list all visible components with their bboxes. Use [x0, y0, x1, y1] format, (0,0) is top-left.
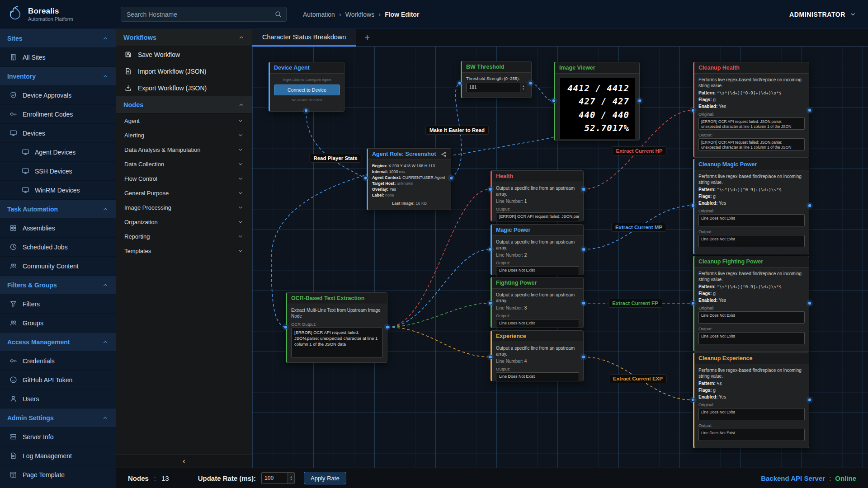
breadcrumb-automation[interactable]: Automation — [303, 11, 335, 18]
sidebar-section-access-management[interactable]: Access Management — [0, 333, 116, 352]
share-icon[interactable] — [441, 151, 447, 157]
sidebar-item-assemblies[interactable]: Assemblies — [0, 219, 116, 238]
node-header[interactable]: Experience — [492, 331, 583, 342]
sidebar-section-inventory[interactable]: Inventory — [0, 67, 116, 86]
port-ocr-out[interactable] — [386, 325, 390, 329]
node-category-data-analysis[interactable]: Data Analysis & Manipulation — [116, 142, 252, 157]
node-header[interactable]: Magic Power — [492, 225, 583, 236]
port-cleanup-experience-out[interactable] — [808, 398, 812, 402]
original-textarea[interactable]: [ERROR] OCR API request failed: JSON.par… — [698, 117, 805, 130]
node-health[interactable]: Health Output a specific line from an up… — [491, 170, 584, 221]
sidebar-item-all-sites[interactable]: All Sites — [0, 48, 116, 67]
node-image-viewer[interactable]: Image Viewer 4412 / 4412 427 / 427 440 /… — [554, 62, 640, 141]
breadcrumb-workflows[interactable]: Workflows — [345, 11, 374, 18]
nodes-section-header[interactable]: Nodes — [116, 96, 252, 113]
sidebar-item-page-template[interactable]: Page Template — [0, 465, 116, 484]
port-cleanup-experience-in[interactable] — [691, 398, 695, 402]
port-cleanup-fighting-out[interactable] — [808, 301, 812, 305]
update-rate-value-input[interactable] — [262, 473, 288, 483]
sidebar-section-task-automation[interactable]: Task Automation — [0, 200, 116, 219]
node-category-organization[interactable]: Organization — [116, 215, 252, 229]
tab-character-status-breakdown[interactable]: Character Status Breakdown — [252, 29, 356, 47]
connect-to-device-button[interactable]: Connect to Device — [274, 84, 340, 95]
user-menu[interactable]: ADMINISTRATOR — [789, 11, 856, 18]
search-icon[interactable] — [274, 10, 282, 18]
sidebar-item-groups[interactable]: Groups — [0, 314, 116, 333]
collapse-panel-button[interactable]: ‹ — [116, 454, 252, 468]
node-experience[interactable]: Experience Output a specific line from a… — [491, 330, 584, 381]
node-category-image-processing[interactable]: Image Processing — [116, 200, 252, 215]
node-header[interactable]: Cleanup Magic Power — [694, 159, 809, 170]
node-bw-threshold[interactable]: BW Threshold Threshold Strength (0–255):… — [461, 61, 532, 98]
node-category-agent[interactable]: Agent — [116, 113, 252, 128]
node-device-agent[interactable]: Device Agent Right-Click to Configure Ag… — [269, 62, 344, 112]
flow-canvas[interactable]: Read Player Stats Make it Easier to Read… — [252, 47, 868, 468]
export-workflow-button[interactable]: Export Workflow (JSON) — [116, 80, 252, 96]
spinner-down-icon[interactable]: ▾ — [523, 88, 524, 91]
threshold-value-input[interactable] — [467, 83, 520, 92]
sidebar-section-sites[interactable]: Sites — [0, 29, 116, 48]
update-rate-input[interactable]: ▴▾ — [261, 472, 295, 484]
sidebar-item-credentials[interactable]: Credentials — [0, 352, 116, 371]
port-cleanup-health-in[interactable] — [691, 108, 695, 113]
node-header[interactable]: Fighting Power — [492, 277, 583, 289]
sidebar-section-filters-groups[interactable]: Filters & Groups — [0, 276, 116, 295]
output-field[interactable]: Line Does Not Exist — [496, 319, 579, 328]
spinner[interactable]: ▴▾ — [288, 473, 294, 483]
port-screenshot-in[interactable] — [364, 176, 368, 180]
sidebar-item-github-api-token[interactable]: GitHub API Token — [0, 371, 116, 389]
node-fighting-power[interactable]: Fighting Power Output a specific line fr… — [491, 277, 584, 328]
port-ocr-in[interactable] — [284, 325, 288, 329]
sidebar-item-ssh-devices[interactable]: SSH Devices — [0, 162, 116, 181]
node-category-data-collection[interactable]: Data Collection — [116, 157, 252, 171]
node-category-templates[interactable]: Templates — [116, 244, 252, 258]
port-experience-out[interactable] — [582, 355, 586, 359]
port-bw-threshold-out[interactable] — [529, 81, 533, 85]
output-textarea[interactable]: [ERROR] OCR API request failed: JSON.par… — [698, 138, 805, 150]
output-textarea[interactable]: Line Does Not Exist — [698, 235, 805, 247]
node-cleanup-fighting-power[interactable]: Cleanup Fighting Power Performs live reg… — [693, 256, 809, 352]
save-workflow-button[interactable]: Save Workflow — [116, 46, 252, 63]
apply-rate-button[interactable]: Apply Rate — [304, 472, 346, 484]
node-cleanup-experience[interactable]: Cleanup Experience Performs live regex-b… — [693, 352, 809, 448]
sidebar-item-users[interactable]: Users — [0, 389, 116, 408]
port-cleanup-health-out[interactable] — [808, 108, 812, 113]
workflows-section-header[interactable]: Workflows — [116, 29, 252, 46]
node-header[interactable]: Cleanup Experience — [694, 353, 809, 364]
node-category-flow-control[interactable]: Flow Control — [116, 171, 252, 186]
output-textarea[interactable]: Line Does Not Exist — [698, 429, 805, 441]
output-field[interactable]: [ERROR] OCR API request failed: JSON.par… — [496, 212, 579, 221]
node-header[interactable]: BW Threshold — [462, 61, 531, 73]
sidebar-item-winrm-devices[interactable]: WinRM Devices — [0, 181, 116, 200]
threshold-input[interactable]: ▴▾ — [466, 83, 527, 92]
sidebar-item-log-management[interactable]: Log Management — [0, 446, 116, 465]
node-category-general-purpose[interactable]: General Purpose — [116, 186, 252, 200]
sidebar-section-admin-settings[interactable]: Admin Settings — [0, 408, 116, 427]
original-textarea[interactable]: Line Does Not Exist — [698, 408, 805, 420]
ocr-output-textarea[interactable]: [ERROR] OCR API request failed: JSON.par… — [291, 328, 383, 357]
node-magic-power[interactable]: Magic Power Output a specific line from … — [491, 224, 584, 275]
node-cleanup-magic-power[interactable]: Cleanup Magic Power Performs live regex-… — [693, 159, 809, 254]
sidebar-item-scheduled-jobs[interactable]: Scheduled Jobs — [0, 238, 116, 257]
node-header[interactable]: Cleanup Fighting Power — [694, 256, 809, 267]
spinner-down-icon[interactable]: ▾ — [290, 478, 292, 481]
node-header[interactable]: Health — [492, 171, 583, 182]
port-magic-power-in[interactable] — [489, 248, 493, 252]
original-textarea[interactable]: Line Does Not Exist — [698, 214, 805, 226]
sidebar-item-server-info[interactable]: Server Info — [0, 427, 116, 446]
search-box[interactable] — [121, 7, 287, 22]
node-header[interactable]: Image Viewer — [555, 62, 639, 74]
search-input[interactable] — [121, 7, 287, 22]
sidebar-item-community-content[interactable]: Community Content — [0, 257, 116, 276]
node-header[interactable]: OCR-Based Text Extraction — [287, 293, 387, 304]
import-workflow-button[interactable]: Import Workflow (JSON) — [116, 63, 252, 80]
node-header[interactable]: Device Agent — [270, 62, 344, 74]
sidebar-item-device-approvals[interactable]: Device Approvals — [0, 86, 116, 105]
port-device-agent-out[interactable] — [304, 109, 308, 113]
port-health-in[interactable] — [489, 188, 493, 192]
node-cleanup-health[interactable]: Cleanup Health Performs live regex-based… — [693, 62, 809, 158]
output-textarea[interactable]: Line Does Not Exist — [698, 332, 805, 344]
port-cleanup-magic-out[interactable] — [808, 204, 812, 208]
node-header[interactable]: Cleanup Health — [694, 62, 809, 74]
port-health-out[interactable] — [582, 188, 586, 192]
